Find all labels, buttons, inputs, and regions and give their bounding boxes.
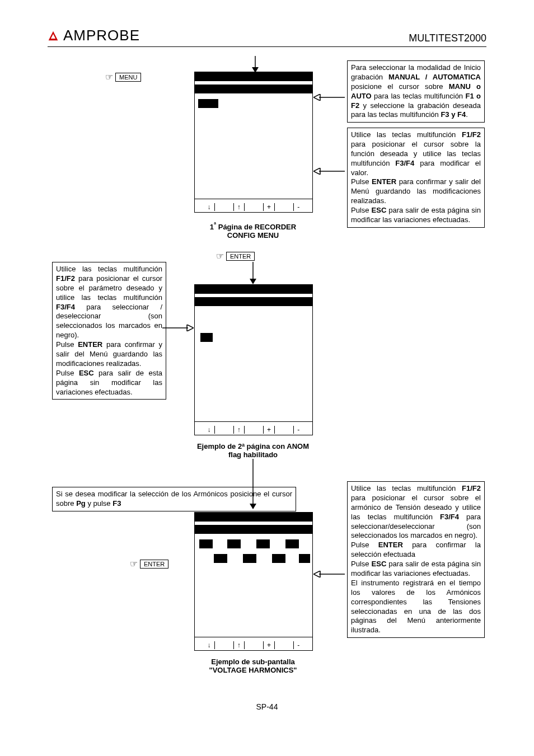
softkey-plus: + [263, 641, 275, 649]
softkey-plus: + [263, 426, 275, 434]
softkey-minus: - [293, 203, 303, 211]
arrow-left-icon [313, 94, 345, 101]
key-menu-label: MENU [115, 73, 141, 82]
screen-recorder-config: ↓ ↑ + - [194, 72, 313, 213]
key-enter-label: ENTER [140, 560, 168, 569]
arrow-down-icon [252, 56, 259, 73]
softkey-row: ↓ ↑ + - [195, 426, 312, 434]
arrow-right-hollow-icon [313, 168, 345, 175]
key-enter-1: ☞ ENTER [216, 251, 255, 261]
key-enter-label: ENTER [226, 252, 255, 261]
key-enter-2: ☞ ENTER [130, 558, 168, 569]
svg-marker-7 [250, 279, 256, 284]
softkey-row: ↓ ↑ + - [195, 641, 312, 649]
softkey-up: ↑ [233, 641, 245, 649]
arrow-down-icon [250, 262, 256, 284]
arrow-left-icon [313, 571, 345, 577]
screen-voltage-harmonics: ↓ ↑ + - [194, 512, 313, 651]
caption-screen3: Ejemplo de sub-pantalla "VOLTAGE HARMONI… [191, 658, 315, 674]
brand-logo: AMPROBE [48, 27, 140, 44]
softkey-minus: - [293, 641, 303, 649]
arrow-right-hollow-icon [162, 325, 194, 331]
softkey-row: ↓ ↑ + - [195, 203, 312, 211]
key-menu: ☞ MENU [105, 72, 141, 82]
softkey-down: ↓ [204, 203, 215, 211]
note-left: Utilice las teclas multifunción F1/F2 pa… [52, 262, 166, 400]
softkey-up: ↑ [233, 426, 245, 434]
hand-icon: ☞ [105, 72, 113, 82]
svg-marker-1 [252, 67, 259, 73]
softkey-up: ↑ [233, 203, 245, 211]
amprobe-logo-icon [48, 30, 59, 41]
softkey-down: ↓ [204, 641, 215, 649]
note-center: Si se desea modificar la selección de lo… [52, 487, 296, 511]
note-mid-right: Utilice las teclas multifunción F1/F2 pa… [347, 128, 485, 228]
softkey-plus: + [263, 203, 275, 211]
softkey-minus: - [293, 426, 303, 434]
caption-screen2: Ejemplo de 2ª página con ANOM flag habil… [191, 442, 315, 459]
page-number: SP-44 [0, 702, 534, 711]
softkey-down: ↓ [204, 426, 215, 434]
note-top-right: Para seleccionar la modalidad de Inicio … [347, 60, 485, 123]
hand-icon: ☞ [216, 251, 224, 261]
brand-name: AMPROBE [63, 27, 140, 44]
model-name: MULTITEST2000 [409, 32, 486, 44]
page-header: AMPROBE MULTITEST2000 [48, 27, 486, 47]
caption-screen1: 1ª Página de RECORDER CONFIG MENU [191, 221, 315, 240]
hand-icon: ☞ [130, 558, 138, 569]
note-bottom-right: Utilice las teclas multifunción F1/F2 pa… [347, 481, 485, 638]
screen-anom-flag: ↓ ↑ + - [194, 284, 313, 435]
